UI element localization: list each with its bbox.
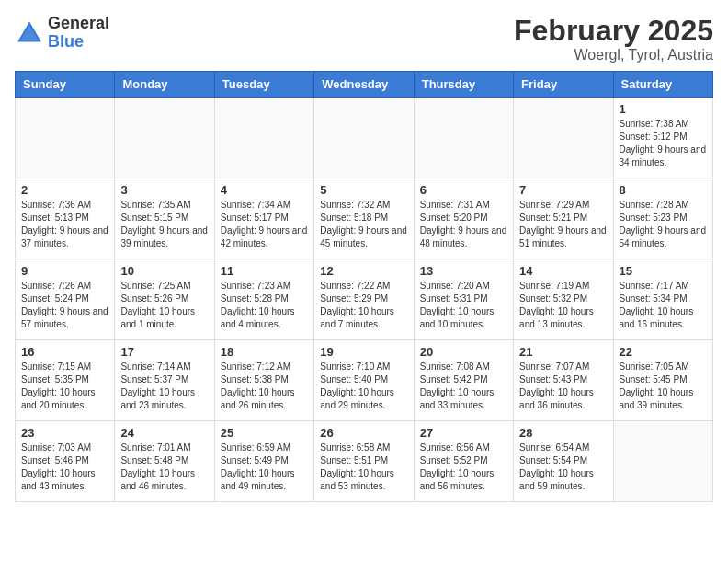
- day-number: 27: [420, 426, 507, 440]
- calendar-week-row: 9Sunrise: 7:26 AM Sunset: 5:24 PM Daylig…: [16, 259, 713, 340]
- day-info: Sunrise: 7:12 AM Sunset: 5:38 PM Dayligh…: [221, 361, 308, 412]
- calendar-day-cell: 24Sunrise: 7:01 AM Sunset: 5:48 PM Dayli…: [115, 421, 214, 502]
- day-info: Sunrise: 7:28 AM Sunset: 5:23 PM Dayligh…: [620, 199, 707, 250]
- day-info: Sunrise: 7:20 AM Sunset: 5:31 PM Dayligh…: [420, 280, 507, 331]
- calendar-day-cell: 7Sunrise: 7:29 AM Sunset: 5:21 PM Daylig…: [514, 178, 613, 259]
- day-number: 4: [221, 183, 308, 197]
- day-number: 14: [519, 264, 607, 278]
- calendar-day-cell: [514, 98, 613, 178]
- day-info: Sunrise: 6:54 AM Sunset: 5:54 PM Dayligh…: [519, 442, 607, 493]
- day-number: 28: [519, 426, 607, 440]
- calendar-day-cell: 9Sunrise: 7:26 AM Sunset: 5:24 PM Daylig…: [16, 259, 115, 340]
- logo-general-text: General: [48, 14, 109, 32]
- calendar-day-cell: 17Sunrise: 7:14 AM Sunset: 5:37 PM Dayli…: [115, 340, 214, 421]
- day-number: 12: [320, 264, 407, 278]
- calendar-day-cell: 15Sunrise: 7:17 AM Sunset: 5:34 PM Dayli…: [613, 259, 712, 340]
- day-info: Sunrise: 7:36 AM Sunset: 5:13 PM Dayligh…: [21, 199, 108, 250]
- day-info: Sunrise: 6:58 AM Sunset: 5:51 PM Dayligh…: [320, 442, 407, 493]
- day-info: Sunrise: 7:26 AM Sunset: 5:24 PM Dayligh…: [21, 280, 108, 331]
- day-info: Sunrise: 7:03 AM Sunset: 5:46 PM Dayligh…: [21, 442, 108, 493]
- calendar-day-cell: 10Sunrise: 7:25 AM Sunset: 5:26 PM Dayli…: [115, 259, 214, 340]
- calendar-day-cell: 20Sunrise: 7:08 AM Sunset: 5:42 PM Dayli…: [414, 340, 513, 421]
- calendar-day-cell: [314, 98, 414, 178]
- day-number: 22: [620, 345, 707, 359]
- day-info: Sunrise: 7:10 AM Sunset: 5:40 PM Dayligh…: [320, 361, 407, 412]
- day-number: 8: [620, 183, 707, 197]
- calendar-day-cell: 14Sunrise: 7:19 AM Sunset: 5:32 PM Dayli…: [514, 259, 613, 340]
- calendar-week-row: 16Sunrise: 7:15 AM Sunset: 5:35 PM Dayli…: [16, 340, 713, 421]
- weekday-header-saturday: Saturday: [613, 72, 712, 98]
- calendar-day-cell: 11Sunrise: 7:23 AM Sunset: 5:28 PM Dayli…: [214, 259, 313, 340]
- day-info: Sunrise: 7:15 AM Sunset: 5:35 PM Dayligh…: [21, 361, 108, 412]
- day-info: Sunrise: 7:23 AM Sunset: 5:28 PM Dayligh…: [221, 280, 308, 331]
- day-number: 10: [120, 264, 208, 278]
- title-block: February 2025 Woergl, Tyrol, Austria: [514, 15, 713, 63]
- day-number: 11: [221, 264, 308, 278]
- weekday-header-tuesday: Tuesday: [214, 72, 313, 98]
- day-number: 16: [21, 345, 108, 359]
- calendar-day-cell: 5Sunrise: 7:32 AM Sunset: 5:18 PM Daylig…: [314, 178, 414, 259]
- day-info: Sunrise: 7:35 AM Sunset: 5:15 PM Dayligh…: [120, 199, 208, 250]
- calendar-day-cell: [16, 98, 115, 178]
- day-number: 18: [221, 345, 308, 359]
- day-info: Sunrise: 7:25 AM Sunset: 5:26 PM Dayligh…: [120, 280, 208, 331]
- weekday-header-thursday: Thursday: [414, 72, 513, 98]
- day-info: Sunrise: 7:14 AM Sunset: 5:37 PM Dayligh…: [120, 361, 208, 412]
- day-info: Sunrise: 7:01 AM Sunset: 5:48 PM Dayligh…: [120, 442, 208, 493]
- day-info: Sunrise: 7:17 AM Sunset: 5:34 PM Dayligh…: [620, 280, 707, 331]
- day-number: 25: [221, 426, 308, 440]
- day-number: 2: [21, 183, 108, 197]
- weekday-header-monday: Monday: [115, 72, 214, 98]
- day-number: 5: [320, 183, 407, 197]
- calendar-day-cell: 27Sunrise: 6:56 AM Sunset: 5:52 PM Dayli…: [414, 421, 513, 502]
- day-number: 23: [21, 426, 108, 440]
- day-info: Sunrise: 7:08 AM Sunset: 5:42 PM Dayligh…: [420, 361, 507, 412]
- day-info: Sunrise: 7:32 AM Sunset: 5:18 PM Dayligh…: [320, 199, 407, 250]
- weekday-header-wednesday: Wednesday: [314, 72, 414, 98]
- calendar-day-cell: 1Sunrise: 7:38 AM Sunset: 5:12 PM Daylig…: [613, 98, 712, 178]
- calendar-day-cell: [214, 98, 313, 178]
- calendar-day-cell: 8Sunrise: 7:28 AM Sunset: 5:23 PM Daylig…: [613, 178, 712, 259]
- calendar-day-cell: 3Sunrise: 7:35 AM Sunset: 5:15 PM Daylig…: [115, 178, 214, 259]
- calendar-day-cell: 19Sunrise: 7:10 AM Sunset: 5:40 PM Dayli…: [314, 340, 414, 421]
- calendar-day-cell: 12Sunrise: 7:22 AM Sunset: 5:29 PM Dayli…: [314, 259, 414, 340]
- day-info: Sunrise: 7:05 AM Sunset: 5:45 PM Dayligh…: [620, 361, 707, 412]
- weekday-header-sunday: Sunday: [16, 72, 115, 98]
- logo: General Blue: [15, 15, 109, 52]
- day-info: Sunrise: 7:31 AM Sunset: 5:20 PM Dayligh…: [420, 199, 507, 250]
- calendar-day-cell: 2Sunrise: 7:36 AM Sunset: 5:13 PM Daylig…: [16, 178, 115, 259]
- calendar-week-row: 1Sunrise: 7:38 AM Sunset: 5:12 PM Daylig…: [16, 98, 713, 178]
- day-info: Sunrise: 7:19 AM Sunset: 5:32 PM Dayligh…: [519, 280, 607, 331]
- calendar-day-cell: 4Sunrise: 7:34 AM Sunset: 5:17 PM Daylig…: [214, 178, 313, 259]
- day-number: 21: [519, 345, 607, 359]
- logo-icon: [15, 18, 44, 48]
- calendar-day-cell: [414, 98, 513, 178]
- calendar-day-cell: 21Sunrise: 7:07 AM Sunset: 5:43 PM Dayli…: [514, 340, 613, 421]
- day-number: 17: [120, 345, 208, 359]
- calendar-day-cell: 23Sunrise: 7:03 AM Sunset: 5:46 PM Dayli…: [16, 421, 115, 502]
- calendar-day-cell: 28Sunrise: 6:54 AM Sunset: 5:54 PM Dayli…: [514, 421, 613, 502]
- calendar-day-cell: [613, 421, 712, 502]
- day-number: 7: [519, 183, 607, 197]
- day-number: 3: [120, 183, 208, 197]
- day-number: 6: [420, 183, 507, 197]
- calendar-day-cell: 16Sunrise: 7:15 AM Sunset: 5:35 PM Dayli…: [16, 340, 115, 421]
- day-info: Sunrise: 7:07 AM Sunset: 5:43 PM Dayligh…: [519, 361, 607, 412]
- month-year-title: February 2025: [514, 15, 713, 47]
- day-number: 15: [620, 264, 707, 278]
- calendar-week-row: 2Sunrise: 7:36 AM Sunset: 5:13 PM Daylig…: [16, 178, 713, 259]
- calendar-day-cell: 13Sunrise: 7:20 AM Sunset: 5:31 PM Dayli…: [414, 259, 513, 340]
- page-header: General Blue February 2025 Woergl, Tyrol…: [15, 15, 713, 63]
- logo-blue-text: Blue: [48, 32, 84, 51]
- day-info: Sunrise: 7:38 AM Sunset: 5:12 PM Dayligh…: [620, 118, 707, 169]
- day-info: Sunrise: 6:56 AM Sunset: 5:52 PM Dayligh…: [420, 442, 507, 493]
- day-info: Sunrise: 7:22 AM Sunset: 5:29 PM Dayligh…: [320, 280, 407, 331]
- calendar-week-row: 23Sunrise: 7:03 AM Sunset: 5:46 PM Dayli…: [16, 421, 713, 502]
- weekday-header-friday: Friday: [514, 72, 613, 98]
- day-number: 24: [120, 426, 208, 440]
- location-subtitle: Woergl, Tyrol, Austria: [514, 47, 713, 63]
- calendar-day-cell: 18Sunrise: 7:12 AM Sunset: 5:38 PM Dayli…: [214, 340, 313, 421]
- day-number: 1: [620, 102, 707, 116]
- day-number: 26: [320, 426, 407, 440]
- calendar-table: SundayMondayTuesdayWednesdayThursdayFrid…: [15, 71, 713, 502]
